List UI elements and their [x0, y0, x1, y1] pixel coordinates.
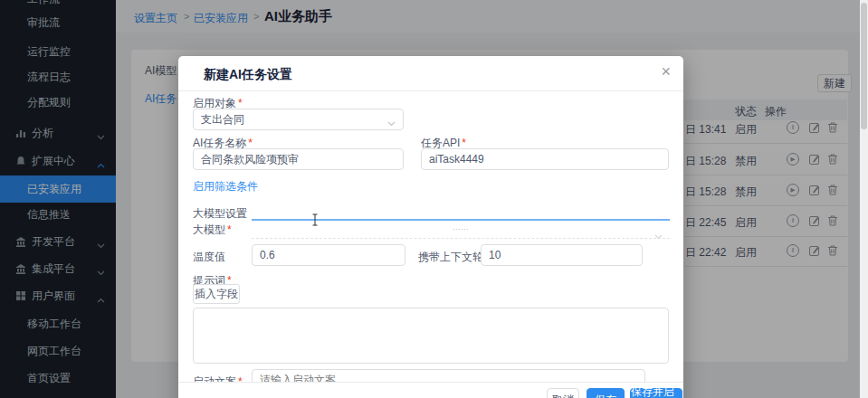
app-screen: 工作流 审批流 运行监控 流程日志 分配规则 分析 扩展中心 [0, 0, 868, 398]
task-name-input[interactable] [193, 148, 404, 170]
close-icon[interactable]: × [661, 63, 671, 80]
scrollbar-thumb[interactable] [861, 3, 867, 129]
cancel-button[interactable]: 取消 [547, 388, 579, 398]
save-button[interactable]: 保存 [587, 388, 625, 398]
prompt-textarea[interactable] [193, 308, 669, 364]
insert-field-button[interactable]: 插入字段 [193, 284, 240, 304]
modal-header-divider [178, 90, 683, 91]
new-ai-task-modal: 新建AI任务设置 × 启用对象* 支出合同 AI任务名称* 任务API* 启用筛… [178, 56, 683, 398]
temperature-label: 温度值 [193, 250, 225, 265]
chevron-down-icon [387, 117, 396, 129]
model-label: 大模型* [193, 223, 232, 238]
text-cursor-icon [311, 213, 319, 230]
model-section-label: 大模型设置 [193, 206, 247, 222]
task-api-input[interactable] [421, 148, 669, 170]
chevron-down-icon [654, 227, 663, 243]
modal-footer: 取消 保存 保存并启用 [178, 382, 683, 398]
required-asterisk: * [238, 97, 243, 109]
enable-target-select[interactable]: 支出合同 [193, 109, 404, 130]
save-and-enable-button[interactable]: 保存并启用 [630, 388, 682, 398]
required-asterisk: * [462, 137, 466, 149]
page-scrollbar[interactable] [860, 0, 868, 398]
required-asterisk: * [248, 137, 253, 149]
required-asterisk: * [227, 223, 232, 236]
context-rounds-input[interactable] [481, 244, 643, 266]
temperature-input[interactable] [252, 244, 405, 266]
modal-title: 新建AI任务设置 [204, 67, 292, 83]
enable-filter-link[interactable]: 启用筛选条件 [193, 179, 258, 194]
